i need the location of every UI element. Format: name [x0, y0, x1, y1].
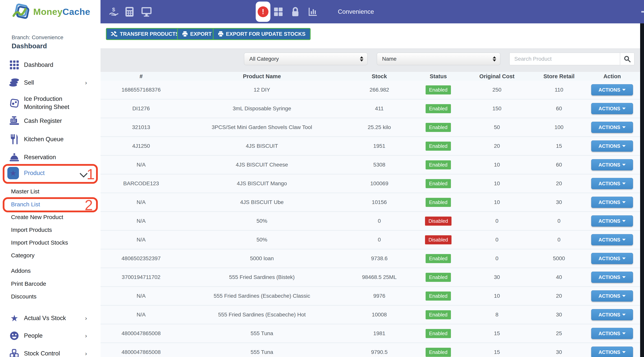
original-cost-cell: 0 [460, 255, 534, 262]
table-row: N/A 50% 0 Disabled 0 0 ACTIONS [100, 212, 640, 231]
product-id-cell: N/A [100, 312, 182, 318]
product-name-cell: 555 Tuna [182, 330, 342, 337]
sidebar-item-create-new-product[interactable]: Create New Product [0, 212, 100, 223]
original-cost-cell: 20 [460, 143, 534, 149]
product-id-cell: 4800047865008 [100, 349, 182, 355]
actions-button[interactable]: ACTIONS [591, 215, 633, 227]
col-header-original-cost[interactable]: Original Cost [460, 73, 534, 80]
actions-button[interactable]: ACTIONS [591, 234, 633, 245]
sidebar-item-kitchen-queue[interactable]: Kitchen Queue [0, 134, 100, 145]
col-header-stock[interactable]: Stock [342, 73, 416, 80]
table-row: N/A 50% 0 Disabled 0 0 ACTIONS [100, 231, 640, 249]
export-for-update-stocks-button[interactable]: EXPORT FOR UPDATE STOCKS [213, 28, 310, 40]
col-header-status[interactable]: Status [416, 73, 460, 80]
stock-cell: 9976 [342, 293, 416, 299]
table-row: BARCODE123 4JS BISCUIT Mango 100069 Enab… [100, 174, 640, 193]
actions-button[interactable]: ACTIONS [591, 140, 633, 152]
sidebar-item-people[interactable]: People › [0, 330, 100, 341]
product-id-cell: DI1276 [100, 105, 182, 112]
status-badge: Enabled [426, 198, 451, 207]
actions-button[interactable]: ACTIONS [591, 197, 633, 208]
transfer-products-button[interactable]: TRANSFER PRODUCTS [106, 28, 184, 40]
export-button[interactable]: EXPORT [177, 28, 217, 40]
sidebar-item-actual-vs-stock[interactable]: ★ Actual Vs Stock › [0, 313, 100, 324]
product-name-cell: 12 DIY [182, 87, 342, 93]
sidebar-item-dashboard[interactable]: Dashboard [0, 59, 100, 70]
annotation-digit-1: 1 [86, 167, 95, 182]
grid-icon[interactable] [270, 0, 286, 23]
actions-button[interactable]: ACTIONS [591, 309, 633, 320]
product-id-cell: N/A [100, 199, 182, 205]
stock-cell: 25.25 kilo [342, 124, 416, 130]
col-header-id[interactable]: # [100, 73, 182, 80]
sort-select[interactable]: Name [377, 52, 500, 65]
original-cost-cell: 30 [460, 274, 534, 280]
category-select[interactable]: All Category [244, 52, 368, 65]
store-retail-cell: 30 [534, 312, 584, 318]
printer-icon [218, 31, 224, 37]
hand-dollar-icon[interactable]: $ [106, 0, 122, 23]
sidebar-item-import-product-stocks[interactable]: Import Product Stocks [0, 237, 100, 248]
actions-button[interactable]: ACTIONS [591, 328, 633, 339]
bar-chart-icon[interactable] [305, 0, 320, 23]
store-retail-cell: 60 [534, 162, 584, 168]
sidebar-item-master-list[interactable]: Master List [0, 186, 100, 197]
search-button[interactable] [620, 52, 634, 65]
product-name-cell: 555 Fried Sardines (Escabeche) Hot [182, 312, 342, 318]
cloche-icon [8, 152, 20, 163]
sidebar-item-reservation[interactable]: Reservation [0, 152, 100, 163]
status-badge: Enabled [426, 254, 451, 263]
actions-button[interactable]: ACTIONS [591, 103, 633, 114]
sidebar-item-print-barcode[interactable]: Print Barcode [0, 278, 100, 289]
original-cost-cell: 8 [460, 312, 534, 318]
product-tile-icon: ★ [7, 168, 19, 178]
sidebar-item-import-products[interactable]: Import Products [0, 225, 100, 235]
col-header-store-retail[interactable]: Store Retail [534, 73, 584, 80]
actions-button[interactable]: ACTIONS [591, 84, 633, 95]
sign-in-icon[interactable] [638, 0, 644, 23]
actions-button[interactable]: ACTIONS [591, 122, 633, 133]
moneycache-logo[interactable]: MoneyCache [12, 1, 90, 22]
actions-button[interactable]: ACTIONS [591, 272, 633, 283]
actions-label: ACTIONS [598, 143, 620, 149]
status-badge: Enabled [426, 329, 451, 338]
original-cost-cell: 250 [460, 87, 534, 93]
annotation-digit-2: 2 [85, 198, 93, 213]
sidebar-item-category[interactable]: Category [0, 250, 100, 261]
desktop-icon[interactable] [139, 0, 154, 23]
stock-cell: 10156 [342, 199, 416, 205]
calculator-icon[interactable] [122, 0, 137, 23]
product-name-cell: 555 Fried Sardines (Bistek) [182, 274, 342, 280]
alerts-tab-active[interactable]: ! [256, 1, 270, 22]
actions-button[interactable]: ACTIONS [591, 347, 633, 357]
cubes-icon [8, 348, 20, 357]
search-input[interactable] [509, 52, 620, 65]
col-header-action[interactable]: Action [584, 73, 640, 80]
sidebar-item-sell[interactable]: Sell › [0, 77, 100, 88]
logo-wordmark: MoneyCache [33, 6, 90, 17]
caret-down-icon [622, 89, 626, 91]
actions-button[interactable]: ACTIONS [591, 253, 633, 264]
actions-button[interactable]: ACTIONS [591, 290, 633, 302]
select-arrows-icon [493, 56, 496, 62]
utensils-icon [8, 134, 20, 145]
col-header-product-name[interactable]: Product Name [182, 73, 342, 80]
submenu-label: Create New Product [11, 214, 63, 220]
actions-label: ACTIONS [598, 106, 620, 111]
sidebar-item-label: Ice Production Monitoring Sheet [24, 95, 92, 111]
status-badge: Disabled [425, 235, 452, 244]
actions-button[interactable]: ACTIONS [591, 159, 633, 170]
store-retail-cell: 30 [534, 349, 584, 355]
actions-button[interactable]: ACTIONS [591, 178, 633, 189]
sidebar-item-addons[interactable]: Addons [0, 265, 100, 276]
lock-icon[interactable] [288, 0, 303, 23]
stock-cell: 9738.6 [342, 255, 416, 262]
caret-down-icon [622, 126, 626, 128]
caret-down-icon [622, 258, 626, 259]
sidebar-item-label: Actual Vs Stock [24, 315, 66, 322]
sidebar-item-cash-register[interactable]: Cash Register [0, 115, 100, 126]
sidebar-item-ice-production[interactable]: Ice Production Monitoring Sheet [0, 92, 100, 114]
sidebar-item-discounts[interactable]: Discounts [0, 291, 100, 302]
sidebar-item-stock-control[interactable]: Stock Control › [0, 348, 100, 357]
store-retail-cell: 20 [534, 293, 584, 299]
